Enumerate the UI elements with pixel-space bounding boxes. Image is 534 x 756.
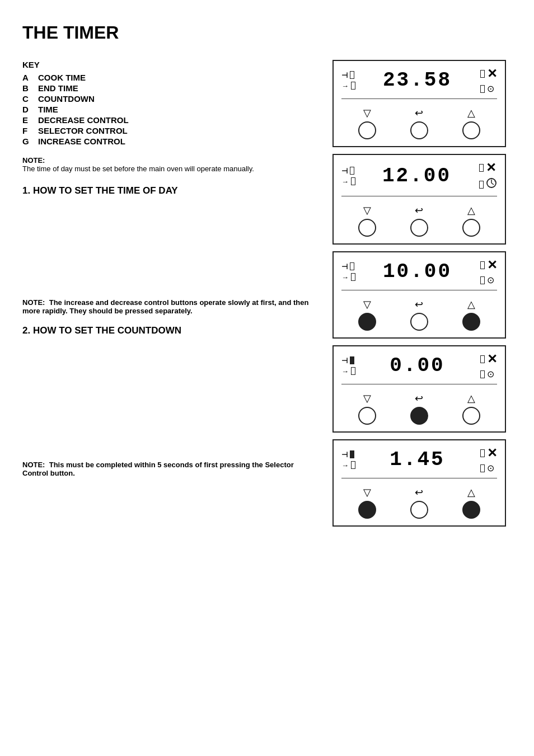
svg-line-2 bbox=[491, 183, 494, 185]
x-icon-3: ✕ bbox=[487, 258, 497, 273]
right-top-rect-5 bbox=[480, 449, 485, 457]
clock-icon-4: ⊙ bbox=[487, 369, 494, 379]
panel-5: ⊣ → 1.45 ✕ ⊙ bbox=[332, 439, 506, 527]
key-item-f: F SELECTOR CONTROL bbox=[22, 126, 321, 135]
buttons-3: ▽ ↩ △ bbox=[341, 296, 497, 331]
right-bot-rect-4 bbox=[480, 370, 485, 378]
time-display-3: 10.00 bbox=[359, 260, 476, 283]
key-label: KEY bbox=[22, 60, 321, 69]
panel-2: ⊣ → 12.00 ✕ bbox=[332, 154, 506, 245]
time-display-1: 23.58 bbox=[359, 69, 476, 92]
x-icon-2: ✕ bbox=[486, 161, 496, 175]
decrease-btn-1: ▽ bbox=[358, 107, 376, 139]
clock-icon-1: ⊙ bbox=[487, 83, 494, 94]
right-indicators-4: ✕ ⊙ bbox=[480, 352, 497, 379]
clock-icon-3: ⊙ bbox=[487, 275, 494, 285]
increase-btn-2: △ bbox=[462, 204, 480, 237]
left-top-rect-2 bbox=[350, 167, 354, 175]
page-title: THE TIMER bbox=[22, 22, 512, 43]
panel-4: ⊣ → 0.00 ✕ ⊙ bbox=[332, 345, 506, 433]
panel-1: ⊣ → 23.58 ✕ ⊙ bbox=[332, 60, 506, 147]
selector-btn-5: ↩ bbox=[410, 486, 428, 519]
increase-btn-1: △ bbox=[462, 107, 480, 139]
note-3: NOTE: This must be completed within 5 se… bbox=[22, 461, 321, 477]
increase-btn-3: △ bbox=[462, 298, 480, 331]
note-1: NOTE: The time of day must be set before… bbox=[22, 156, 321, 173]
right-bot-rect-5 bbox=[480, 464, 485, 472]
key-item-b: B END TIME bbox=[22, 83, 321, 93]
key-item-a: A COOK TIME bbox=[22, 73, 321, 82]
panel-3: ⊣ → 10.00 ✕ ⊙ bbox=[332, 251, 506, 339]
right-top-rect-4 bbox=[480, 355, 485, 363]
selector-btn-2: ↩ bbox=[410, 204, 428, 237]
selector-btn-1: ↩ bbox=[410, 107, 428, 139]
left-indicators-1: ⊣ → bbox=[341, 71, 355, 90]
right-top-rect-3 bbox=[480, 261, 485, 269]
x-icon-5: ✕ bbox=[487, 446, 497, 461]
left-indicators-3: ⊣ → bbox=[341, 262, 355, 281]
buttons-2: ▽ ↩ △ bbox=[341, 202, 497, 237]
right-indicators-2: ✕ bbox=[479, 161, 497, 191]
left-indicators-5: ⊣ → bbox=[341, 450, 355, 469]
selector-btn-4: ↩ bbox=[410, 392, 428, 425]
right-bot-rect-3 bbox=[480, 276, 485, 284]
left-top-rect-4 bbox=[350, 356, 354, 364]
right-indicators-3: ✕ ⊙ bbox=[480, 258, 497, 285]
buttons-4: ▽ ↩ △ bbox=[341, 390, 497, 425]
left-bot-rect-3 bbox=[351, 273, 355, 281]
key-item-e: E DECREASE CONTROL bbox=[22, 115, 321, 125]
time-display-5: 1.45 bbox=[359, 448, 476, 471]
right-top-rect-1 bbox=[480, 70, 485, 78]
left-bot-rect-4 bbox=[351, 367, 355, 375]
right-bot-rect-2 bbox=[479, 181, 484, 189]
time-display-4: 0.00 bbox=[359, 354, 476, 377]
left-top-rect-3 bbox=[350, 262, 354, 270]
oven-panels: ⊣ → 23.58 ✕ ⊙ bbox=[332, 60, 512, 527]
left-top-rect-1 bbox=[350, 71, 354, 79]
key-item-c: C COUNTDOWN bbox=[22, 94, 321, 104]
increase-btn-4: △ bbox=[462, 392, 480, 425]
time-display-2: 12.00 bbox=[359, 165, 475, 187]
right-bot-rect-1 bbox=[480, 85, 485, 93]
decrease-btn-2: ▽ bbox=[358, 204, 376, 237]
left-bot-rect-2 bbox=[351, 177, 355, 185]
left-top-rect-5 bbox=[350, 450, 354, 458]
buttons-5: ▽ ↩ △ bbox=[341, 484, 497, 519]
key-section: KEY A COOK TIME B END TIME C COUNTDOWN D… bbox=[22, 60, 321, 146]
x-icon-1: ✕ bbox=[487, 67, 497, 81]
right-top-rect-2 bbox=[479, 164, 484, 172]
left-indicators-4: ⊣ → bbox=[341, 356, 355, 375]
clock-active-icon-2 bbox=[486, 177, 497, 191]
clock-icon-5: ⊙ bbox=[487, 463, 494, 473]
decrease-btn-5: ▽ bbox=[358, 486, 376, 519]
section-2-heading: 2. HOW TO SET THE COUNTDOWN bbox=[22, 325, 321, 336]
left-bot-rect-5 bbox=[351, 461, 355, 469]
decrease-btn-3: ▽ bbox=[358, 298, 376, 331]
left-bot-rect-1 bbox=[351, 82, 355, 90]
note-2: NOTE: The increase and decrease control … bbox=[22, 298, 321, 315]
left-indicators-2: ⊣ → bbox=[341, 167, 355, 186]
key-item-g: G INCREASE CONTROL bbox=[22, 137, 321, 146]
selector-btn-3: ↩ bbox=[410, 298, 428, 331]
increase-btn-5: △ bbox=[462, 486, 480, 519]
section-1-heading: 1. HOW TO SET THE TIME OF DAY bbox=[22, 185, 321, 196]
key-item-d: D TIME bbox=[22, 105, 321, 114]
x-icon-4: ✕ bbox=[487, 352, 497, 367]
buttons-1: ▽ ↩ △ bbox=[341, 105, 497, 139]
right-indicators-5: ✕ ⊙ bbox=[480, 446, 497, 473]
decrease-btn-4: ▽ bbox=[358, 392, 376, 425]
right-indicators-1: ✕ ⊙ bbox=[480, 67, 497, 94]
svg-line-4 bbox=[495, 181, 496, 181]
